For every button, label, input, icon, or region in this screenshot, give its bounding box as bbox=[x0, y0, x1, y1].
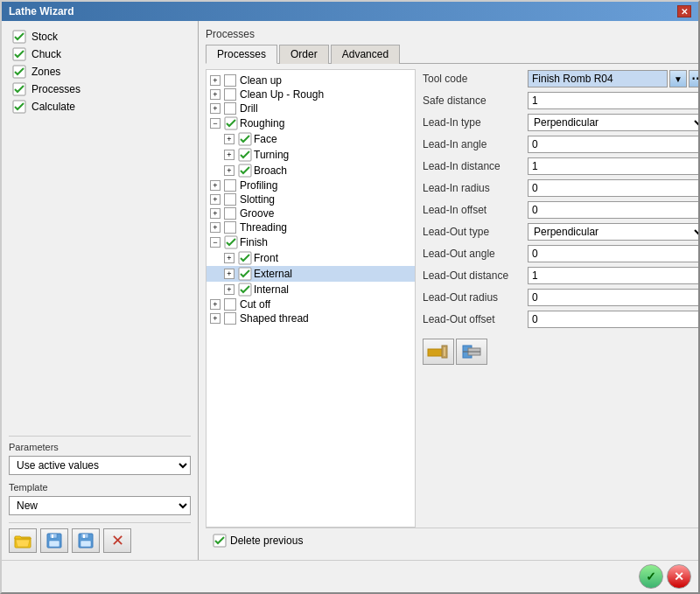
open-button[interactable] bbox=[9, 528, 37, 553]
close-button[interactable]: ✕ bbox=[677, 5, 691, 17]
tree-item-slotting[interactable]: + Slotting bbox=[206, 192, 415, 206]
checkbox-finish[interactable] bbox=[224, 235, 238, 249]
input-leadout-angle[interactable] bbox=[528, 245, 698, 262]
tree-item-threading[interactable]: + Threading bbox=[206, 220, 415, 234]
save-button-1[interactable] bbox=[40, 528, 68, 553]
checkbox-face[interactable] bbox=[238, 132, 252, 146]
expand-internal[interactable]: + bbox=[224, 284, 234, 295]
nav-item-stock[interactable]: Stock bbox=[9, 28, 191, 45]
tree-item-turning[interactable]: + Turning bbox=[206, 147, 415, 163]
template-section: Template New bbox=[9, 482, 191, 515]
checkbox-cutoff[interactable] bbox=[224, 298, 236, 311]
title-bar: Lathe Wizard ✕ bbox=[2, 2, 698, 21]
prop-leadin-type: Lead-In type Perpendicular bbox=[423, 113, 698, 132]
nav-item-processes[interactable]: Processes bbox=[9, 80, 191, 98]
window-title: Lathe Wizard bbox=[9, 5, 74, 17]
checkbox-slotting[interactable] bbox=[224, 193, 236, 206]
delete-previous-label[interactable]: Delete previous bbox=[213, 534, 303, 548]
input-tool-code[interactable] bbox=[528, 70, 668, 87]
ok-cancel-footer: ✓ ✕ bbox=[2, 560, 698, 592]
input-leadin-offset[interactable] bbox=[528, 201, 698, 219]
tree-item-cutoff[interactable]: + Cut off bbox=[206, 297, 415, 311]
checkbox-front[interactable] bbox=[238, 251, 252, 265]
tree-item-shaped-thread[interactable]: + Shaped thread bbox=[206, 311, 415, 325]
checkbox-delete-previous[interactable] bbox=[213, 534, 227, 548]
expand-finish[interactable]: − bbox=[210, 237, 220, 248]
tree-item-external[interactable]: + External bbox=[206, 266, 415, 282]
ok-button[interactable]: ✓ bbox=[639, 564, 663, 589]
checkbox-internal[interactable] bbox=[238, 283, 252, 297]
svg-rect-22 bbox=[428, 349, 444, 356]
checkbox-broach[interactable] bbox=[238, 164, 252, 178]
main-area: + Clean up + Clean Up - Rough + D bbox=[206, 69, 698, 528]
expand-profiling[interactable]: + bbox=[210, 180, 220, 191]
svg-rect-8 bbox=[52, 535, 53, 538]
nav-list: Stock Chuck Zones bbox=[9, 28, 191, 429]
nav-item-calculate[interactable]: Calculate bbox=[9, 98, 191, 115]
expand-cleanup[interactable]: + bbox=[210, 75, 220, 86]
tree-item-internal[interactable]: + Internal bbox=[206, 282, 415, 297]
tab-advanced[interactable]: Advanced bbox=[331, 45, 400, 64]
checkbox-cleanup-rough[interactable] bbox=[224, 88, 236, 101]
checkbox-roughing[interactable] bbox=[224, 116, 238, 130]
tool-icon-btn-2[interactable] bbox=[456, 339, 487, 365]
parameters-dropdown[interactable]: Use active values bbox=[9, 456, 191, 475]
tree-item-finish[interactable]: − Finish bbox=[206, 234, 415, 250]
label-leadin-type: Lead-In type bbox=[423, 116, 528, 129]
tree-item-profiling[interactable]: + Profiling bbox=[206, 178, 415, 192]
expand-slotting[interactable]: + bbox=[210, 194, 220, 205]
input-leadout-offset[interactable] bbox=[528, 311, 698, 328]
input-leadout-radius[interactable] bbox=[528, 289, 698, 306]
checkbox-groove[interactable] bbox=[224, 207, 236, 220]
cancel-button[interactable]: ✕ bbox=[667, 564, 691, 589]
tree-item-face[interactable]: + Face bbox=[206, 131, 415, 147]
tree-item-front[interactable]: + Front bbox=[206, 250, 415, 266]
input-leadout-distance[interactable] bbox=[528, 267, 698, 284]
tree-item-groove[interactable]: + Groove bbox=[206, 206, 415, 220]
expand-broach[interactable]: + bbox=[224, 165, 234, 176]
expand-face[interactable]: + bbox=[224, 134, 234, 144]
template-dropdown[interactable]: New bbox=[9, 496, 191, 515]
expand-groove[interactable]: + bbox=[210, 208, 220, 219]
tree-label-drill: Drill bbox=[240, 102, 258, 115]
dropdown-leadout-type[interactable]: Perpendicular bbox=[528, 223, 698, 241]
input-leadin-angle[interactable] bbox=[528, 136, 698, 153]
value-leadin-angle bbox=[528, 136, 698, 153]
tab-order[interactable]: Order bbox=[279, 45, 329, 64]
tree-item-drill[interactable]: + Drill bbox=[206, 101, 415, 115]
label-leadin-offset: Lead-In offset bbox=[423, 204, 528, 216]
nav-item-zones[interactable]: Zones bbox=[9, 63, 191, 80]
expand-shaped-thread[interactable]: + bbox=[210, 313, 220, 324]
input-leadin-distance[interactable] bbox=[528, 157, 698, 175]
save-button-2[interactable] bbox=[72, 528, 100, 553]
delete-button[interactable]: ✕ bbox=[103, 528, 131, 553]
checkbox-shaped-thread[interactable] bbox=[224, 312, 236, 325]
expand-drill[interactable]: + bbox=[210, 103, 220, 114]
input-leadin-radius[interactable] bbox=[528, 179, 698, 197]
expand-threading[interactable]: + bbox=[210, 222, 220, 233]
tree-item-roughing[interactable]: − Roughing bbox=[206, 115, 415, 131]
tree-item-cleanup-rough[interactable]: + Clean Up - Rough bbox=[206, 87, 415, 101]
checkbox-cleanup[interactable] bbox=[224, 74, 236, 87]
checkbox-threading[interactable] bbox=[224, 221, 236, 234]
checkbox-external[interactable] bbox=[238, 267, 252, 281]
tool-code-more-btn[interactable]: ⋯ bbox=[689, 70, 698, 87]
checkbox-turning[interactable] bbox=[238, 148, 252, 162]
expand-cleanup-rough[interactable]: + bbox=[210, 89, 220, 100]
checkbox-profiling[interactable] bbox=[224, 179, 236, 192]
input-safe-distance[interactable] bbox=[528, 92, 698, 109]
dropdown-leadin-type[interactable]: Perpendicular bbox=[528, 114, 698, 131]
nav-item-chuck[interactable]: Chuck bbox=[9, 45, 191, 63]
tab-processes[interactable]: Processes bbox=[206, 45, 277, 64]
expand-front[interactable]: + bbox=[224, 253, 234, 263]
checkbox-drill[interactable] bbox=[224, 102, 236, 115]
tree-label-external: External bbox=[254, 268, 292, 280]
expand-roughing[interactable]: − bbox=[210, 118, 220, 129]
tree-item-broach[interactable]: + Broach bbox=[206, 163, 415, 178]
expand-external[interactable]: + bbox=[224, 269, 234, 279]
tool-code-dropdown-btn[interactable]: ▼ bbox=[669, 70, 687, 87]
expand-cutoff[interactable]: + bbox=[210, 299, 220, 310]
tool-icon-btn-1[interactable] bbox=[423, 339, 454, 365]
tree-item-cleanup[interactable]: + Clean up bbox=[206, 73, 415, 87]
expand-turning[interactable]: + bbox=[224, 150, 234, 160]
